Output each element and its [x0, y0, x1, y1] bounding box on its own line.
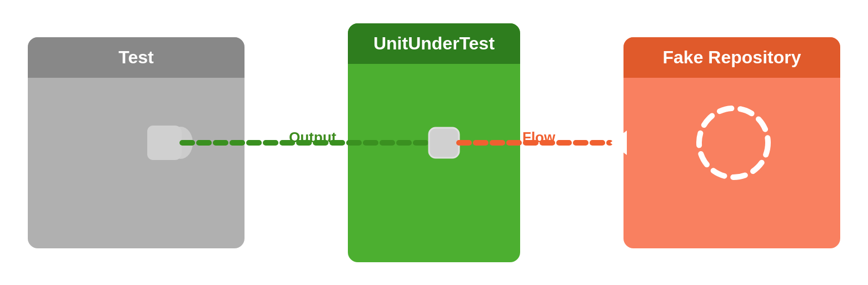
diagram: Test UnitUnderTest Fake Repository Outpu…: [28, 23, 840, 262]
fake-dashed-circle: [699, 108, 768, 177]
svg-rect-4: [147, 126, 175, 160]
unit-port: [429, 128, 459, 158]
flow-arrow: [610, 131, 627, 155]
connections-svg: [28, 23, 840, 262]
